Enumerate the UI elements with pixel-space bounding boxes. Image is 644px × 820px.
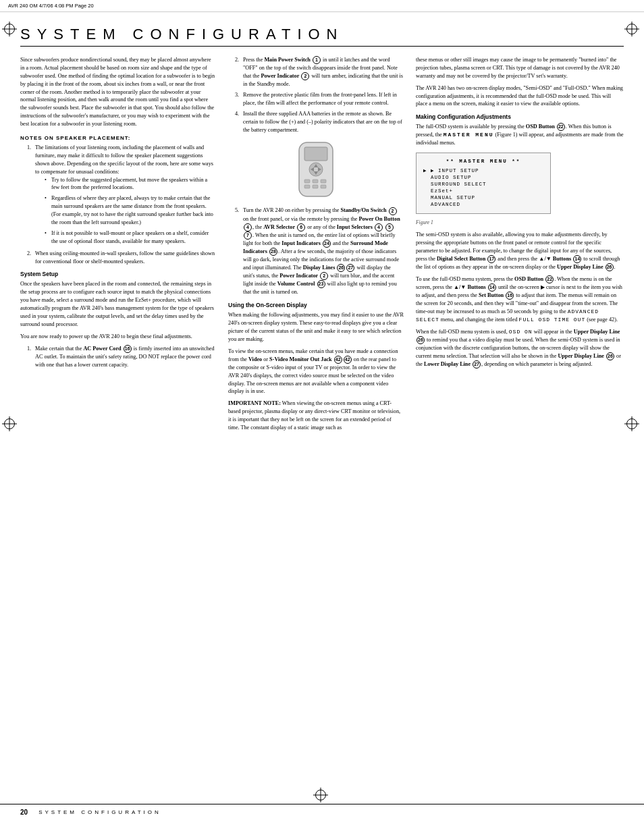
continuation-text: these menus or other still images may ca…	[416, 56, 624, 80]
upper-display3-label: Upper Display Line	[558, 353, 604, 359]
circled-1: 1	[313, 56, 321, 64]
config-heading: Making Configuration Adjustments	[416, 113, 624, 120]
reg-mark-mid-right	[626, 418, 640, 432]
upper-display-label: Upper Display Line	[557, 264, 603, 270]
system-setup-para1: Once the speakers have been placed in th…	[20, 280, 216, 328]
osd-button-label: OSD Button	[526, 124, 555, 130]
osd-on-label: OSD ON	[509, 329, 533, 335]
list-item: Regardless of where they are placed, alw…	[45, 194, 216, 227]
circled-42b: 42	[344, 356, 352, 364]
svg-point-3	[313, 167, 319, 172]
master-menu-item-surround: SURROUND SELECT	[423, 181, 543, 188]
list-item: Try to follow the suggested placement, b…	[45, 176, 216, 192]
input-indicators-label: Input Indicators	[281, 240, 321, 246]
circled-14a: 14	[573, 255, 581, 263]
config-text: The full-OSD system is available by pres…	[416, 123, 624, 147]
master-menu-item-manual: MANUAL SETUP	[423, 194, 543, 201]
left-column: Since subwoofers produce nondirectional …	[20, 56, 216, 436]
circled-4a: 4	[244, 223, 252, 231]
master-menu-item-audio: AUDIO SETUP	[423, 174, 543, 181]
display-lines-label: Display Lines	[303, 265, 336, 271]
master-menu-item-input: ▶ INPUT SETUP	[423, 167, 543, 174]
standby-switch-label: Standby/On Switch	[340, 207, 386, 213]
svg-rect-8	[304, 180, 310, 183]
using-osd-heading: Using the On-Screen Display	[228, 302, 404, 308]
power-indicator-label: Power Indicator	[261, 73, 299, 79]
master-menu-item-advanced: ADVANCED	[423, 201, 543, 208]
svg-rect-13	[321, 185, 326, 188]
input-selectors-label: Input Selectors	[337, 224, 373, 230]
circled-26b: 26	[606, 263, 614, 271]
master-menu-box: ** MASTER MENU ** ▶ INPUT SETUP AUDIO SE…	[416, 153, 551, 214]
main-columns: Since subwoofers produce nondirectional …	[20, 56, 624, 436]
circled-2a: 2	[301, 72, 309, 80]
setup-steps-list: 1. Make certain that the AC Power Cord 1…	[27, 345, 216, 369]
list-item: 5. Turn the AVR 240 on either by pressin…	[235, 207, 404, 296]
master-menu-item-ezset: EzSet+	[423, 188, 543, 194]
circled-26c: 26	[417, 336, 425, 344]
list-item: If it is not possible to wall-mount or p…	[45, 229, 216, 246]
list-item: 1. The limitations of your listening roo…	[27, 144, 216, 246]
circled-42a: 42	[334, 356, 342, 364]
page-footer: 20 SYSTEM CONFIGURATION	[0, 804, 644, 820]
system-setup-para2: You are now ready to power up the AVR 24…	[20, 333, 216, 341]
content-area: SYSTEM CONFIGURATION Since subwoofers pr…	[0, 12, 644, 449]
circled-16: 16	[124, 345, 132, 353]
reg-mark-top-left	[4, 24, 18, 37]
upper-display2-label: Upper Display Line	[574, 329, 620, 335]
circled-26d: 26	[606, 352, 614, 360]
notes-list: 1. The limitations of your listening roo…	[27, 144, 216, 265]
list-item: 2. Press the Main Power Switch 1 in unti…	[235, 56, 404, 88]
full-osd-timeout-label: FULL OSD TIME OUT	[519, 317, 586, 323]
osd-button2-label: OSD Button	[514, 276, 543, 282]
step5-list: 5. Turn the AVR 240 on either by pressin…	[235, 207, 404, 296]
header-bar: AVR 240 OM 4/7/06 4:08 PM Page 20	[0, 0, 644, 12]
digital-select-button-label: Digital Select Button	[437, 256, 485, 262]
list-item: 2. When using ceiling-mounted in-wall sp…	[27, 250, 216, 266]
circled-22a: 22	[557, 123, 565, 131]
circled-27a: 27	[346, 264, 354, 272]
circled-26a: 26	[337, 264, 345, 272]
ac-power-cord-label: AC Power Cord	[83, 346, 121, 352]
circled-7: 7	[244, 231, 252, 240]
bullet-list: Try to follow the suggested placement, b…	[45, 176, 216, 246]
circled-14b: 14	[488, 283, 496, 292]
list-item: 4. Install the three supplied AAA batter…	[235, 110, 404, 134]
page-title: SYSTEM CONFIGURATION	[20, 26, 624, 47]
circled-22b: 22	[545, 275, 554, 283]
video-label: Video	[248, 356, 262, 362]
middle-steps-list: 2. Press the Main Power Switch 1 in unti…	[235, 56, 404, 134]
remote-svg	[279, 139, 353, 200]
reg-mark-mid-left	[4, 418, 18, 432]
reg-mark-bottom-center	[315, 790, 329, 803]
remote-illustration	[228, 139, 404, 201]
circled-27b: 27	[473, 360, 481, 368]
full-osd-text: To use the full-OSD menu system, press t…	[416, 275, 624, 324]
power-indicator2-label: Power Indicator	[279, 273, 318, 279]
osd-on-text: When the full-OSD menu system is used, O…	[416, 328, 624, 368]
svg-rect-10	[321, 180, 326, 183]
circled-17: 17	[487, 255, 495, 263]
circled-24: 24	[323, 240, 331, 248]
system-setup-heading: System Setup	[20, 271, 216, 277]
svg-rect-12	[313, 185, 318, 188]
list-item: 1. Make certain that the AC Power Cord 1…	[27, 345, 216, 369]
circled-28: 28	[269, 248, 277, 256]
osd-para1: When making the following adjustments, y…	[228, 311, 404, 344]
svideo-label: S-Video Monitor Out Jack	[269, 356, 332, 362]
triangle-buttons2-label: ▲/▼ Buttons	[454, 284, 486, 290]
circled-4b: 4	[375, 223, 383, 231]
intro-paragraph: Since subwoofers produce nondirectional …	[20, 56, 216, 128]
header-text: AVR 240 OM 4/7/06 4:08 PM Page 20	[8, 3, 94, 9]
avr-selector-label: AVR Selector	[263, 224, 295, 230]
footer-page-number: 20	[20, 809, 28, 816]
avr-modes-text: The AVR 240 has two on-screen display mo…	[416, 84, 624, 109]
svg-rect-9	[313, 180, 318, 183]
list-item: 3. Remove the protective plastic film fr…	[235, 91, 404, 107]
triangle-buttons-label: ▲/▼ Buttons	[539, 256, 571, 262]
notes-heading: NOTES ON SPEAKER PLACEMENT:	[20, 135, 216, 141]
power-on-button-label: Power On Button	[358, 216, 400, 222]
circled-23: 23	[317, 280, 325, 288]
main-power-switch-label: Main Power Switch	[264, 57, 311, 63]
important-note: IMPORTANT NOTE: When viewing the on-scre…	[228, 400, 404, 432]
